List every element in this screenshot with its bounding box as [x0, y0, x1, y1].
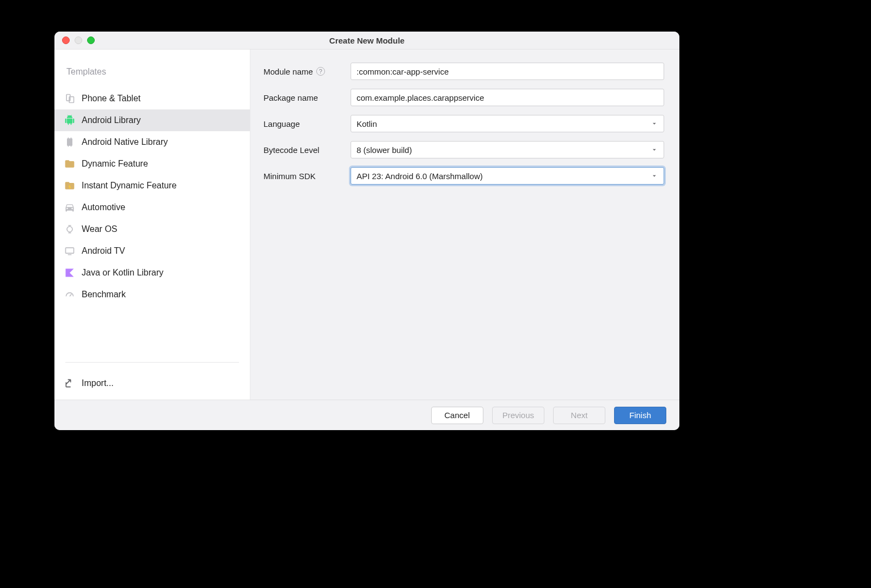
svg-rect-3 — [68, 138, 69, 139]
import-item[interactable]: Import... — [54, 371, 250, 400]
form-panel: Module name ? Package name Language Kotl… — [250, 50, 679, 400]
package-name-input[interactable] — [351, 89, 664, 106]
dialog-title: Create New Module — [329, 36, 404, 45]
svg-rect-8 — [66, 248, 74, 253]
folder-icon — [64, 158, 75, 169]
gauge-icon — [64, 289, 75, 300]
minimum-sdk-value: API 23: Android 6.0 (Marshmallow) — [357, 171, 483, 181]
create-module-dialog: Create New Module Templates Phone & Tabl… — [54, 32, 679, 430]
template-label: Android Native Library — [82, 137, 168, 147]
template-dynamic-feature[interactable]: Dynamic Feature — [54, 153, 250, 175]
templates-heading: Templates — [54, 59, 250, 88]
car-icon — [64, 202, 75, 213]
chevron-down-icon — [651, 146, 658, 154]
import-icon — [64, 378, 75, 389]
template-phone-tablet[interactable]: Phone & Tablet — [54, 88, 250, 109]
watch-icon — [64, 224, 75, 235]
bytecode-level-value: 8 (slower build) — [357, 145, 412, 155]
finish-button[interactable]: Finish — [614, 407, 666, 424]
language-value: Kotlin — [357, 119, 377, 128]
import-label: Import... — [82, 378, 114, 388]
template-android-native-library[interactable]: Android Native Library — [54, 131, 250, 153]
svg-rect-6 — [71, 145, 72, 147]
folder-bolt-icon — [64, 180, 75, 191]
template-list: Phone & Tablet Android Library Android N… — [54, 88, 250, 357]
template-android-tv[interactable]: Android TV — [54, 240, 250, 262]
templates-sidebar: Templates Phone & Tablet Android Library — [54, 50, 250, 400]
tv-icon — [64, 246, 75, 256]
template-label: Benchmark — [82, 290, 126, 299]
window-controls — [62, 36, 95, 44]
sidebar-separator — [65, 362, 239, 363]
template-benchmark[interactable]: Benchmark — [54, 284, 250, 305]
template-label: Instant Dynamic Feature — [82, 181, 176, 191]
template-automotive[interactable]: Automotive — [54, 197, 250, 218]
chevron-down-icon — [651, 172, 658, 180]
template-label: Phone & Tablet — [82, 94, 140, 103]
minimum-sdk-combo[interactable]: API 23: Android 6.0 (Marshmallow) — [351, 167, 664, 185]
help-icon[interactable]: ? — [316, 67, 325, 76]
bytecode-level-label: Bytecode Level — [263, 145, 351, 155]
template-wear-os[interactable]: Wear OS — [54, 218, 250, 240]
kotlin-icon — [64, 267, 75, 278]
template-instant-dynamic-feature[interactable]: Instant Dynamic Feature — [54, 175, 250, 197]
button-bar: Cancel Previous Next Finish — [54, 400, 679, 430]
template-label: Android Library — [82, 115, 141, 125]
close-icon[interactable] — [62, 36, 70, 44]
template-java-kotlin-library[interactable]: Java or Kotlin Library — [54, 262, 250, 284]
titlebar: Create New Module — [54, 32, 679, 50]
template-android-library[interactable]: Android Library — [54, 109, 250, 131]
language-combo[interactable]: Kotlin — [351, 115, 664, 132]
svg-rect-2 — [67, 138, 72, 145]
next-button[interactable]: Next — [553, 407, 605, 424]
bytecode-level-combo[interactable]: 8 (slower build) — [351, 141, 664, 158]
phone-tablet-icon — [64, 93, 75, 104]
template-label: Java or Kotlin Library — [82, 268, 163, 278]
chevron-down-icon — [651, 120, 658, 127]
language-label: Language — [263, 119, 351, 128]
native-icon — [64, 137, 75, 148]
template-label: Automotive — [82, 203, 125, 212]
svg-rect-5 — [68, 145, 69, 147]
cancel-button[interactable]: Cancel — [431, 407, 483, 424]
template-label: Wear OS — [82, 224, 118, 234]
template-label: Dynamic Feature — [82, 159, 148, 169]
template-label: Android TV — [82, 246, 125, 256]
android-icon — [64, 115, 75, 126]
minimize-icon[interactable] — [75, 36, 82, 44]
module-name-label: Module name ? — [263, 67, 351, 76]
svg-rect-4 — [71, 138, 72, 139]
package-name-label: Package name — [263, 93, 351, 102]
minimum-sdk-label: Minimum SDK — [263, 171, 351, 181]
svg-point-7 — [67, 226, 72, 232]
maximize-icon[interactable] — [87, 36, 95, 44]
previous-button[interactable]: Previous — [492, 407, 544, 424]
module-name-input[interactable] — [351, 63, 664, 80]
